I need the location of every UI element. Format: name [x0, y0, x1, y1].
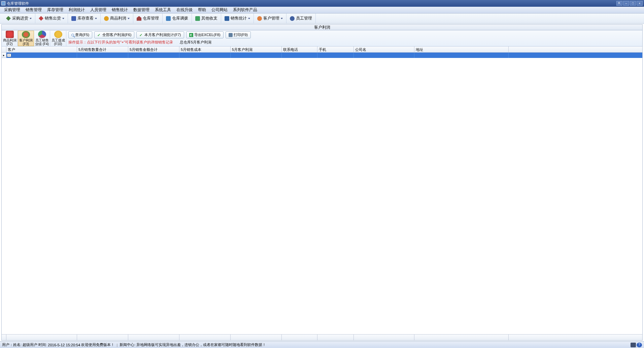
- column-header-2[interactable]: 5月销售金额合计: [128, 46, 179, 52]
- menu-item-0[interactable]: 采购管理: [1, 6, 23, 13]
- column-header-4[interactable]: 5月客户利润: [231, 46, 282, 52]
- grid-cell[interactable]: [179, 53, 231, 58]
- chevron-down-icon: [62, 18, 64, 19]
- menu-item-9[interactable]: 帮助: [195, 6, 209, 13]
- operation-hint: 操作提示：点以下行开头的加号"+"可看到该客户的详细销售记录: [68, 40, 173, 45]
- help-icon[interactable]: ?: [637, 343, 642, 347]
- close-button[interactable]: ×: [637, 1, 643, 6]
- ribbon-btn-3[interactable]: 员工提成(F10): [50, 31, 66, 46]
- grid-footer-cell: [77, 335, 128, 340]
- ribbon-btn-0[interactable]: 商品利润(F2): [2, 31, 18, 46]
- titlebar: 仓库管理软件 ⇱ – □ ×: [0, 0, 644, 7]
- column-header-8[interactable]: 地址: [414, 46, 509, 52]
- grid-footer-cell: [414, 335, 509, 340]
- action-btn-0[interactable]: 查询(F5): [68, 31, 92, 38]
- toolbar-label: 员工管理: [296, 15, 312, 21]
- commission-icon: [54, 31, 62, 38]
- menu-item-6[interactable]: 数据管理: [131, 6, 152, 13]
- grid-cell[interactable]: [317, 53, 354, 58]
- customer-icon: [257, 16, 262, 21]
- column-header-6[interactable]: 手机: [317, 46, 354, 52]
- maximize-button[interactable]: □: [630, 1, 636, 6]
- profit-icon: [6, 31, 14, 38]
- column-header-1[interactable]: 5月销售数量合计: [77, 46, 128, 52]
- menu-item-10[interactable]: 公司网站: [209, 6, 230, 13]
- print-icon: [229, 33, 233, 37]
- toolbar-label: 采购进货: [12, 15, 28, 21]
- content-area: 商品利润(F2)客户利润(F3)员工销售业绩 (F4)员工提成(F10)查询(F…: [1, 30, 643, 341]
- grid-cell[interactable]: [354, 53, 414, 58]
- menu-item-8[interactable]: 在线升级: [174, 6, 195, 13]
- toolbar-btn-profit[interactable]: 商品利润: [101, 13, 133, 23]
- action-label: 本月客户利润统计(F7): [144, 32, 181, 37]
- ribbon-label-1: 员工销售: [35, 38, 49, 42]
- menu-item-3[interactable]: 利润统计: [66, 6, 88, 13]
- menu-item-7[interactable]: 系统工具: [152, 6, 174, 13]
- grid-indicator-header: [2, 46, 6, 52]
- toolbar-btn-stats[interactable]: 销售统计: [221, 13, 254, 23]
- toolbar-btn-ship[interactable]: 销售出货: [35, 13, 68, 23]
- grid-footer-cell: [179, 335, 231, 340]
- profit-icon: [104, 16, 109, 21]
- column-header-0[interactable]: 客户: [6, 46, 77, 52]
- action-btn-3[interactable]: E导出EXCEL(F8): [186, 31, 224, 38]
- chevron-down-icon: [95, 18, 97, 19]
- sb-news-text: 异地网络版可实现异地出差，连锁办公，或者在家都可随时随地看到软件数据！: [136, 342, 266, 347]
- grid-footer-indicator: [2, 335, 6, 340]
- menu-item-1[interactable]: 销售管理: [23, 6, 44, 13]
- action-btn-1[interactable]: ✓全部客户利润(F6): [94, 31, 134, 38]
- chevron-down-icon: [281, 18, 283, 19]
- menu-item-11[interactable]: 系列软件产品: [230, 6, 260, 13]
- action-btn-4[interactable]: 打印(F9): [226, 31, 251, 38]
- table-row[interactable]: ▸ +: [2, 53, 642, 58]
- toolbar-label: 商品利润: [110, 15, 126, 21]
- row-indicator: ▸: [2, 53, 6, 58]
- grid-cell[interactable]: [231, 53, 282, 58]
- minimize-button[interactable]: –: [623, 1, 629, 6]
- menu-item-5[interactable]: 销售统计: [109, 6, 131, 13]
- column-header-7[interactable]: 公司名: [354, 46, 414, 52]
- menu-item-2[interactable]: 库存管理: [44, 6, 66, 13]
- grid-cell[interactable]: [282, 53, 317, 58]
- toolbar-btn-warehouse[interactable]: 仓库管理: [133, 13, 163, 23]
- menu-item-4[interactable]: 人员管理: [88, 6, 109, 13]
- ship-icon: [39, 16, 43, 21]
- column-header-5[interactable]: 联系电话: [282, 46, 317, 52]
- grid-footer-cell: [282, 335, 317, 340]
- grid-cell[interactable]: [414, 53, 509, 58]
- chevron-down-icon: [128, 18, 130, 19]
- toolbar-btn-purchase[interactable]: 采购进货: [3, 13, 35, 23]
- column-header-3[interactable]: 5月销售成本: [179, 46, 231, 52]
- sb-welcome: 欢迎使用免费版本！: [81, 342, 114, 347]
- sb-name-value: 超级用户: [23, 342, 37, 347]
- ribbon-btn-2[interactable]: 员工销售业绩 (F4): [34, 31, 50, 46]
- toolbar-btn-other[interactable]: 其他收支: [192, 13, 221, 23]
- expand-button[interactable]: +: [7, 54, 11, 57]
- app-title: 仓库管理软件: [7, 1, 29, 6]
- toolbar-label: 销售统计: [231, 15, 247, 21]
- sb-time-value: 2016-5-12 15:20:54: [48, 343, 80, 347]
- ribbon-btn-1[interactable]: 客户利润(F3): [18, 31, 34, 46]
- restore-button[interactable]: ⇱: [616, 1, 622, 6]
- ribbon-label-2: (F3): [23, 42, 29, 46]
- grid-cell[interactable]: [128, 53, 179, 58]
- statusbar: 用户： 姓名: 超级用户 时间: 2016-5-12 15:20:54 欢迎使用…: [0, 341, 644, 348]
- toolbar-btn-stock[interactable]: 库存查看: [68, 13, 101, 23]
- sb-time-label: 时间:: [38, 342, 47, 347]
- toolbar-btn-customer[interactable]: 客户管理: [254, 13, 286, 23]
- app-icon: [1, 1, 5, 5]
- tab-title: 客户利润: [314, 25, 330, 30]
- action-label: 查询(F5): [75, 32, 89, 37]
- menubar: 采购管理销售管理库存管理利润统计人员管理销售统计数据管理系统工具在线升级帮助公司…: [0, 7, 644, 13]
- stats-icon: [225, 16, 229, 21]
- action-btn-2[interactable]: ✓本月客户利润统计(F7): [136, 31, 184, 38]
- grid-body[interactable]: ▸ +: [2, 53, 642, 334]
- grid-cell[interactable]: [77, 53, 128, 58]
- transfer-icon: [166, 16, 171, 21]
- main-toolbar: 采购进货销售出货库存查看商品利润仓库管理仓库调拨其他收支销售统计客户管理员工管理: [0, 13, 644, 24]
- toolbar-label: 销售出货: [45, 15, 61, 21]
- toolbar-btn-employee[interactable]: 员工管理: [286, 13, 316, 23]
- toolbar-btn-transfer[interactable]: 仓库调拨: [163, 13, 192, 23]
- tray-icon[interactable]: [631, 343, 636, 347]
- excel-icon: E: [189, 33, 193, 37]
